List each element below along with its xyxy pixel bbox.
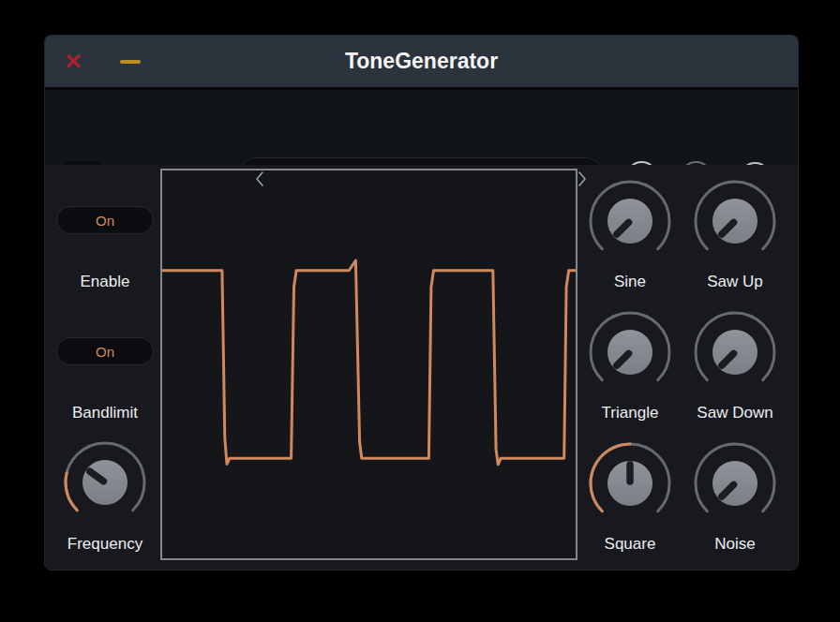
minimize-icon (120, 60, 141, 64)
frequency-label: Frequency (45, 534, 165, 555)
saw-up-knob[interactable] (690, 176, 780, 266)
saw-down-knob[interactable] (690, 307, 780, 397)
saw-up-label: Saw Up (682, 272, 788, 292)
noise-knob[interactable] (690, 438, 780, 528)
close-icon: ✕ (64, 49, 82, 75)
bandlimit-toggle-state: On (96, 344, 114, 360)
saw-down-label: Saw Down (682, 403, 788, 423)
enable-label: Enable (45, 272, 165, 292)
main-panel: On Enable On Bandlimit Frequency Sine Sa… (45, 165, 798, 570)
enable-toggle[interactable]: On (56, 206, 154, 234)
previous-preset-button[interactable] (253, 170, 266, 188)
chevron-right-icon (577, 170, 588, 188)
frequency-knob[interactable] (60, 437, 150, 527)
square-label: Square (578, 534, 682, 555)
titlebar: ToneGenerator ✕ (45, 36, 798, 87)
screen-background: ToneGenerator ✕ Default (0, 0, 840, 622)
square-knob[interactable] (585, 438, 675, 528)
enable-toggle-state: On (96, 213, 114, 229)
bandlimit-toggle[interactable]: On (56, 337, 154, 365)
window-title: ToneGenerator (45, 36, 798, 87)
triangle-knob[interactable] (585, 307, 675, 397)
close-button[interactable]: ✕ (60, 36, 86, 87)
tonegenerator-window: ToneGenerator ✕ Default (45, 36, 798, 570)
sine-label: Sine (578, 272, 682, 292)
waveform-display (160, 169, 578, 560)
noise-label: Noise (682, 534, 788, 555)
chevron-left-icon (254, 170, 265, 188)
bandlimit-label: Bandlimit (45, 403, 165, 423)
sine-knob[interactable] (585, 176, 675, 266)
toolbar: Default + − i (45, 87, 798, 165)
triangle-label: Triangle (578, 403, 682, 423)
minimize-button[interactable] (118, 36, 142, 87)
next-preset-button[interactable] (576, 170, 589, 188)
